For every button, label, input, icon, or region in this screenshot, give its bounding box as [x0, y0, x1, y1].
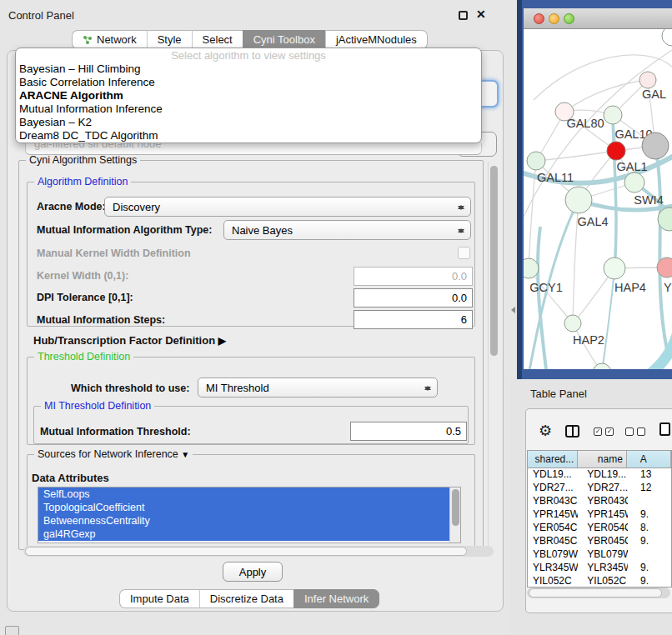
network-node[interactable] — [662, 29, 672, 46]
settings-horizontal-scrollbar[interactable] — [23, 546, 494, 557]
network-node-label: GAL1 — [616, 160, 647, 173]
close-icon[interactable]: ✕ — [476, 8, 486, 21]
minimize-traffic-light[interactable] — [549, 13, 559, 24]
list-scrollbar[interactable] — [449, 488, 460, 542]
table-row[interactable]: YER054CYER054C8. — [528, 522, 671, 535]
settings-scrollbar[interactable] — [488, 162, 499, 548]
tab-network[interactable]: Network — [72, 30, 147, 49]
list-item-selected[interactable]: TopologicalCoefficient — [38, 501, 450, 514]
table-row[interactable]: YBL079WYBL079W — [528, 548, 671, 562]
network-node[interactable] — [624, 172, 644, 192]
mi-steps-label: Mutual Information Steps: — [37, 314, 165, 326]
list-item-selected[interactable]: BetweennessCentrality — [38, 514, 450, 528]
mi-threshold-input[interactable] — [350, 422, 467, 441]
table-cell: YPR145W — [528, 508, 578, 522]
network-node[interactable] — [527, 152, 545, 170]
collapse-arrow-icon[interactable]: ▼ — [181, 450, 189, 459]
network-node[interactable] — [642, 132, 669, 159]
split-pane-handle[interactable] — [508, 307, 515, 313]
manual-kernel-checkbox[interactable] — [458, 247, 470, 259]
which-threshold-label: Which threshold to use: — [71, 382, 189, 394]
tab-infer-network[interactable]: Infer Network — [293, 589, 379, 608]
scrollbar-thumb[interactable] — [490, 166, 498, 356]
table-row[interactable]: YPR145WYPR145W9. — [528, 508, 671, 522]
cyni-bottom-tabbar: Impute Data Discretize Data Infer Networ… — [119, 589, 379, 608]
network-node-label: GAL11 — [537, 171, 574, 184]
dropdown-option-selected[interactable]: ARACNE Algorithm — [16, 89, 481, 102]
dropdown-option[interactable]: Bayesian – Hill Climbing — [16, 62, 481, 76]
network-node[interactable] — [593, 363, 611, 369]
expand-arrow-icon[interactable]: ▶ — [218, 335, 226, 347]
dropdown-option[interactable]: Dream8 DC_TDC Algorithm — [16, 129, 481, 142]
scrollbar-thumb[interactable] — [529, 588, 662, 598]
dpi-tolerance-input[interactable] — [354, 288, 473, 308]
file-icon[interactable] — [659, 422, 670, 436]
background-combo-value: gal-filtered sif default node — [34, 143, 481, 150]
table-row[interactable]: YBR045CYBR045C9. — [528, 535, 671, 548]
hide-columns-icon[interactable] — [625, 428, 645, 436]
dpi-tolerance-label: DPI Tolerance [0,1]: — [37, 292, 133, 303]
kernel-width-input[interactable] — [354, 267, 473, 286]
group-title: Cyni Algorithm Settings — [26, 154, 140, 166]
hub-section-label[interactable]: Hub/Transcription Factor Definition ▶ — [33, 334, 226, 347]
tab-select[interactable]: Select — [192, 30, 243, 49]
column-layout-icon[interactable] — [565, 425, 579, 438]
table-row[interactable]: YDL19...YDL19...13 — [528, 468, 671, 482]
network-node[interactable] — [607, 142, 625, 160]
manual-kernel-label: Manual Kernel Width Definition — [37, 248, 191, 259]
dropdown-option[interactable]: Bayesian – K2 — [16, 116, 481, 129]
show-columns-icon[interactable]: ✓ ✓ — [594, 428, 614, 436]
network-window-titlebar[interactable] — [524, 8, 672, 29]
column-header[interactable]: shared... — [528, 451, 578, 468]
list-item-selected[interactable]: SelfLoops — [38, 488, 450, 501]
network-node[interactable] — [639, 72, 656, 88]
combo-arrows-icon — [424, 382, 431, 395]
apply-button[interactable]: Apply — [223, 562, 283, 582]
table-cell — [628, 495, 671, 508]
dropdown-option[interactable]: Mutual Information Inference — [16, 102, 481, 116]
network-node-label: GAL80 — [566, 117, 604, 130]
table-horizontal-scrollbar[interactable] — [527, 588, 670, 598]
table-cell: YBR045C — [578, 535, 628, 548]
tab-impute-data[interactable]: Impute Data — [119, 589, 199, 608]
column-header[interactable]: name — [578, 451, 627, 468]
data-attributes-label: Data Attributes — [32, 472, 109, 484]
bottom-corner-widget[interactable] — [5, 626, 19, 635]
network-canvas[interactable]: GALGAL80GAL10GAL1GAL11SWI4GAL4GCY1HAP4YH… — [524, 29, 672, 369]
gear-icon[interactable]: ⚙ — [539, 422, 552, 440]
table-row[interactable]: YBR043CYBR043C — [528, 495, 671, 508]
group-title: Algorithm Definition — [34, 176, 131, 188]
tab-cyni-toolbox[interactable]: Cyni Toolbox — [243, 30, 325, 49]
unchecked-box-icon — [637, 428, 645, 436]
tab-label: Style — [158, 33, 182, 46]
which-threshold-combo[interactable]: MI Threshold — [198, 378, 438, 398]
close-traffic-light[interactable] — [534, 13, 544, 24]
list-item-selected[interactable]: gal4RGexp — [38, 528, 450, 541]
tab-jactivemnodules[interactable]: jActiveMNodules — [325, 30, 428, 49]
dropdown-option[interactable]: Basic Correlation Inference — [16, 76, 481, 89]
network-node[interactable] — [565, 187, 592, 213]
table-cell: YDR27... — [578, 482, 628, 495]
scrollbar-thumb[interactable] — [452, 489, 459, 526]
network-node[interactable] — [604, 258, 625, 279]
network-node[interactable] — [604, 106, 622, 124]
table-row[interactable]: YDR27...YDR27...12 — [528, 482, 671, 495]
tab-discretize-data[interactable]: Discretize Data — [199, 589, 293, 608]
aracne-mode-combo[interactable]: Discovery — [104, 197, 471, 217]
table-header-row: shared... name A — [528, 451, 671, 468]
mi-steps-input[interactable] — [354, 310, 473, 329]
zoom-traffic-light[interactable] — [564, 13, 574, 24]
table-cell: YBR043C — [528, 495, 578, 508]
tab-label: Select — [203, 33, 233, 46]
mi-type-combo[interactable]: Naive Bayes — [223, 220, 471, 240]
column-header[interactable]: A — [627, 451, 671, 468]
float-window-icon[interactable] — [459, 11, 468, 20]
scrollbar-thumb[interactable] — [25, 547, 467, 556]
table-row[interactable]: YIL052CYIL052C9. — [528, 575, 671, 588]
table-row[interactable]: YLR345WYLR345W9. — [528, 562, 671, 575]
dropdown-placeholder: Select algorithm to view settings — [16, 49, 481, 62]
background-combo-fragment[interactable]: gal-filtered sif default node — [25, 143, 482, 155]
network-node[interactable] — [564, 315, 581, 332]
data-attributes-list[interactable]: SelfLoops TopologicalCoefficient Between… — [38, 487, 461, 543]
tab-style[interactable]: Style — [147, 30, 192, 49]
